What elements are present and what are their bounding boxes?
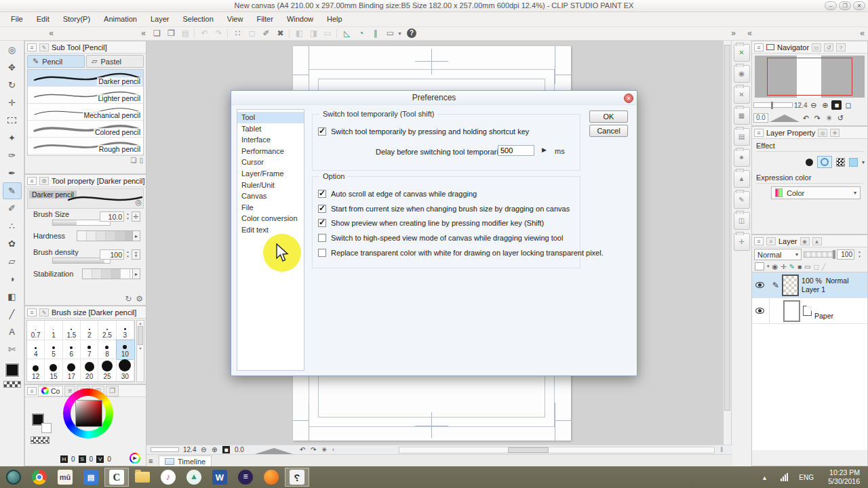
menu-view[interactable]: View <box>220 12 250 26</box>
reference-layer-icon[interactable]: ✛ <box>781 263 786 270</box>
new-subtool-icon[interactable]: ❏ <box>131 157 137 165</box>
panel-menu-icon[interactable]: ≡ <box>27 177 37 185</box>
enable-mask-icon[interactable]: ◻ <box>814 263 819 270</box>
pen-tool-icon[interactable]: ✒ <box>3 165 22 182</box>
taskbar-android-studio[interactable]: ▲ <box>182 468 206 487</box>
text-tool-icon[interactable]: A <box>3 323 22 340</box>
zoom-in-icon[interactable]: ⊕ <box>820 100 830 110</box>
minimize-button[interactable]: – <box>825 1 837 10</box>
tab-color-history[interactable]: ❐ <box>106 386 119 396</box>
tab-pastel[interactable]: ▱ Pastel <box>86 55 144 68</box>
rotation-slider[interactable] <box>770 115 800 122</box>
category-ruler-unit[interactable]: Ruler/Unit <box>237 180 304 191</box>
taskbar-chrome[interactable] <box>27 468 52 487</box>
taskbar-itunes[interactable]: ♪ <box>156 468 180 487</box>
taskbar-app-blue[interactable]: ▤ <box>79 468 103 487</box>
maximize-button[interactable]: ❐ <box>839 1 851 10</box>
menu-animation[interactable]: Animation <box>97 12 144 26</box>
rotate-right-icon[interactable]: ↷ <box>812 113 823 123</box>
foreground-color-swatch[interactable] <box>5 363 19 377</box>
brush-size-option[interactable]: 0.7 <box>27 321 45 340</box>
category-tool[interactable]: Tool <box>237 112 304 123</box>
taskbar-firefox[interactable] <box>259 468 283 487</box>
new-layer-dropdown-icon[interactable]: ▾ <box>767 264 770 269</box>
taskbar-clip-studio[interactable]: C <box>104 468 129 487</box>
border-effect-icon[interactable] <box>806 159 813 166</box>
option-checkbox[interactable]: ✓ <box>318 190 326 198</box>
layer-thumbnail[interactable] <box>783 300 800 322</box>
category-cursor[interactable]: Cursor <box>237 157 304 168</box>
subtool-item-darker-pencil[interactable]: Darker pencil <box>28 70 143 87</box>
status-zoom-in-icon[interactable]: ⊕ <box>212 445 217 454</box>
zoom-slider[interactable] <box>753 102 793 108</box>
brush-density-value[interactable]: 100 <box>100 249 124 260</box>
delay-input[interactable] <box>498 145 534 156</box>
layer-comp-tab-icon[interactable]: ▲ <box>812 237 822 245</box>
blend-tool-icon[interactable]: ◑ <box>3 270 22 287</box>
tray-expand-arrow[interactable]: ▴ <box>763 466 766 488</box>
brush-size-option[interactable]: 20 <box>81 359 98 382</box>
status-rotation-slider[interactable] <box>255 448 293 454</box>
collapse-right-dock-icon[interactable]: « <box>743 28 756 39</box>
status-reset-icon[interactable]: ✳ <box>321 445 327 454</box>
category-edit-text[interactable]: Edit text <box>237 224 304 236</box>
category-layer-frame[interactable]: Layer/Frame <box>237 168 304 180</box>
redo-icon[interactable]: ↷ <box>212 28 225 39</box>
menu-story[interactable]: Story(P) <box>56 12 97 26</box>
scroll-thumb[interactable] <box>724 45 730 411</box>
resize-grip-icon[interactable]: ⦀ <box>720 445 723 454</box>
panel-menu-icon[interactable]: ≡ <box>754 43 764 52</box>
draft-layer-icon[interactable]: ✎ <box>789 263 795 270</box>
layer-name[interactable]: Paper <box>814 312 833 321</box>
information-tab-icon[interactable]: ? <box>836 43 846 52</box>
brush-size-option[interactable]: 3 <box>117 321 134 340</box>
status-zoom-out-icon[interactable]: ⊖ <box>201 445 206 454</box>
category-tablet[interactable]: Tablet <box>237 123 304 135</box>
spin-down-icon[interactable]: ▾ <box>127 254 129 258</box>
value-value[interactable]: 0 <box>107 455 111 463</box>
panel-menu-icon[interactable]: ≡ <box>27 43 37 52</box>
figure-tool-icon[interactable]: ╱ <box>3 306 22 323</box>
brush-size-dock-tab-icon[interactable]: ✎ <box>39 308 49 317</box>
subtool-item-lighter-pencil[interactable]: Lighter pencil <box>28 87 143 104</box>
collapse-left-dock-icon[interactable]: « <box>45 28 58 39</box>
snap-special-ruler-icon[interactable]: ◔ <box>355 28 368 39</box>
eyedropper-tool-icon[interactable]: ✑ <box>3 147 22 164</box>
subtool-item-rough-pencil[interactable]: Rough pencil <box>28 138 143 155</box>
delay-stepper-icon[interactable]: ▶ <box>542 146 547 153</box>
tab-pencil[interactable]: ✎ Pencil <box>27 55 85 68</box>
brush-size-option[interactable]: 6 <box>63 340 81 360</box>
layer-row-paper[interactable]: Paper <box>752 298 867 324</box>
undo-icon[interactable]: ↶ <box>198 28 211 39</box>
option-checkbox[interactable]: ✓ <box>318 219 326 227</box>
reselect-icon[interactable]: ◻ <box>245 28 258 39</box>
status-prev-icon[interactable]: ‹ <box>332 445 334 454</box>
scroll-down-icon[interactable]: ▾ <box>139 346 141 350</box>
material-camera-icon[interactable]: ◉ <box>734 65 750 83</box>
tool-property-dock-tab-icon[interactable]: ⚙ <box>39 177 49 185</box>
opacity-slider-thumb[interactable] <box>833 250 835 259</box>
brush-density-pressure-button[interactable]: ↧ <box>132 249 140 260</box>
layer-row-layer1[interactable]: ✎ 100 % Normal Layer 1 <box>752 272 867 298</box>
material-tone-icon[interactable]: ▦ <box>734 107 750 125</box>
transparent-color-swatch[interactable] <box>3 381 21 388</box>
reset-rotation-icon[interactable]: ✳ <box>824 113 834 123</box>
delete-subtool-icon[interactable]: ▯ <box>139 157 143 165</box>
spin-up-icon[interactable]: ▴ <box>127 211 129 216</box>
brush-size-option[interactable]: 5 <box>45 340 62 360</box>
material-pen-icon[interactable]: ✎ <box>734 191 750 209</box>
panel-menu-icon[interactable]: ≡ <box>27 308 37 317</box>
tool-shift-checkbox[interactable]: ✓ <box>318 127 326 136</box>
collapse-commandbar-icon[interactable]: « <box>137 28 150 39</box>
status-rotate-right-icon[interactable]: ↷ <box>311 445 316 454</box>
scroll-thumb[interactable] <box>508 447 549 453</box>
reset-settings-icon[interactable]: ↻ <box>125 294 132 304</box>
zoom-slider-thumb[interactable] <box>771 102 773 109</box>
collapse-far-right-icon[interactable]: « <box>856 28 868 39</box>
menu-help[interactable]: Help <box>320 12 349 26</box>
layer-thumbnail[interactable] <box>782 274 799 296</box>
expand-right-dock-icon[interactable]: » <box>727 28 740 39</box>
saturation-value[interactable]: 0 <box>90 455 94 463</box>
material-layout-icon[interactable]: ▤ <box>734 128 750 146</box>
decoration-tool-icon[interactable]: ✿ <box>3 235 22 252</box>
